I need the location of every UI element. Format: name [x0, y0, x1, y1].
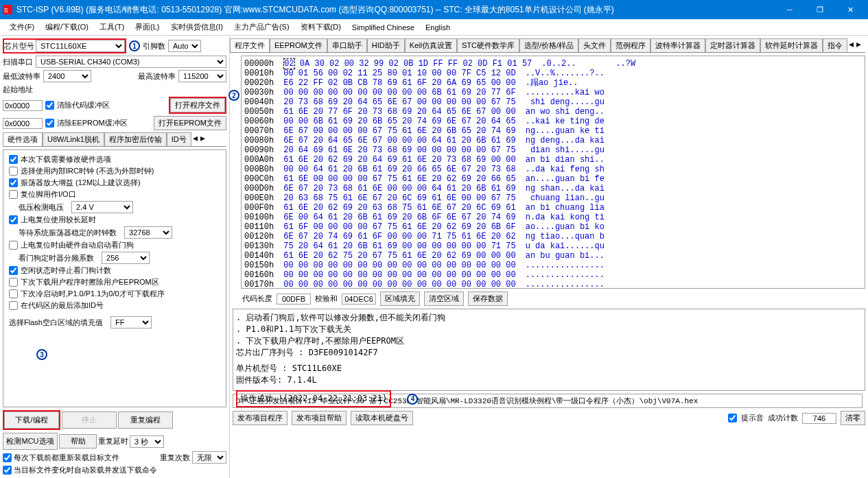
chip-select[interactable]: STC11L60XE [36, 40, 125, 52]
window-title: STC-ISP (V6.89B) (服务电话/销售电话: 0513-550129… [16, 4, 775, 16]
success-message: 操作成功 !(2022-04-22 21:03:21) [240, 394, 387, 403]
read-disk-button[interactable]: 读取本机硬盘号 [351, 411, 413, 425]
hw-c10[interactable] [9, 266, 18, 275]
right-tab-5[interactable]: STC硬件数学库 [457, 38, 519, 52]
hw-c8[interactable] [9, 241, 18, 250]
tab-u8w[interactable]: U8W/Link1脱机 [43, 132, 104, 146]
maxbaud-label: 最高波特率 [138, 71, 176, 82]
minbaud-select[interactable]: 2400 [43, 70, 91, 82]
codelen-field[interactable] [277, 294, 311, 304]
right-tab-12[interactable]: 指令 [823, 38, 847, 52]
download-button[interactable]: 下载/编程 [4, 411, 59, 429]
right-tab-2[interactable]: 串口助手 [327, 38, 367, 52]
right-tab-3[interactable]: HID助手 [367, 38, 405, 52]
tabs-left-arrow[interactable]: ◂ [191, 132, 199, 146]
clear-count-button[interactable]: 清零 [841, 411, 865, 425]
chip-label: 芯片型号 [4, 41, 34, 51]
menu-realtime[interactable]: 实时供货信息(I) [165, 21, 228, 34]
hw-c2[interactable] [9, 167, 18, 176]
publish-project-button[interactable]: 发布项目程序 [233, 411, 288, 425]
menu-program[interactable]: 编程/下载(O) [40, 21, 94, 34]
right-tabs: 程序文件EEPROM文件串口助手HID助手Keil仿真设置STC硬件数学库选型/… [230, 38, 865, 53]
waitclk-select[interactable]: 32768 [124, 226, 172, 239]
menu-simplified[interactable]: Simplified Chinese [347, 22, 420, 33]
open-eeprom-button[interactable]: 打开EEPROM文件 [154, 116, 226, 130]
menu-tools[interactable]: 工具(T) [94, 21, 130, 34]
right-tab-6[interactable]: 选型/价格/样品 [519, 38, 578, 52]
reload-check[interactable] [3, 453, 12, 462]
startaddr-label: 起始地址 [3, 84, 33, 95]
wdt-divider-select[interactable]: 256 [102, 252, 150, 264]
hardware-options-panel: 本次下载需要修改硬件选项 选择使用内部IRC时钟 (不选为外部时钟) 振荡器放大… [3, 150, 226, 407]
menu-ui[interactable]: 界面(L) [130, 21, 165, 34]
svg-text:S: S [4, 7, 8, 14]
region-clear-button[interactable]: 清空区域 [424, 291, 464, 306]
hw-c6[interactable] [9, 215, 18, 224]
stop-button: 停止 [62, 411, 117, 429]
code-addr-input[interactable] [3, 100, 43, 111]
log-area: . 启动看门狗后,软件可以修改分频数,但不能关闭看门狗 . P1.0和P1.1与… [233, 309, 865, 391]
pincount-label: 引脚数 [143, 41, 165, 51]
maxbaud-select[interactable]: 115200 [178, 70, 226, 82]
menu-file[interactable]: 文件(F) [4, 21, 40, 34]
tab-id[interactable]: ID号 [167, 132, 191, 146]
right-panel: 程序文件EEPROM文件串口助手HID助手Keil仿真设置STC硬件数学库选型/… [230, 36, 868, 478]
right-tab-8[interactable]: 范例程序 [611, 38, 650, 52]
left-panel: 芯片型号 STC11L60XE 1 引脚数 Auto 扫描串口 USB-SERI… [0, 36, 230, 478]
menu-download[interactable]: 资料下载(D) [295, 21, 347, 34]
scanport-label: 扫描串口 [3, 57, 33, 67]
open-code-button[interactable]: 打开程序文件 [170, 98, 225, 112]
maximize-button[interactable]: ❐ [805, 0, 835, 19]
hw-c11[interactable] [9, 278, 18, 287]
tab-encrypt[interactable]: 程序加密后传输 [104, 132, 167, 146]
annotation-4: 4 [407, 394, 418, 405]
hex-viewer[interactable]: 00000h02 0A 30 02 00 32 99 02 0B 1D FF F… [241, 56, 865, 289]
lowvolt-select[interactable]: 2.4 V [71, 201, 133, 213]
hw-c13[interactable] [9, 301, 18, 310]
annotation-1: 1 [129, 40, 140, 51]
menu-bar: 文件(F) 编程/下载(O) 工具(T) 界面(L) 实时供货信息(I) 主力产… [0, 19, 868, 36]
tabs-right-arrow[interactable]: ▸ [199, 132, 207, 146]
right-tab-9[interactable]: 波特率计算器 [650, 38, 705, 52]
hw-c12[interactable] [9, 289, 18, 298]
annotation-3: 3 [36, 349, 47, 360]
eeprom-addr-input[interactable] [3, 118, 43, 129]
pincount-select[interactable]: Auto [168, 40, 201, 52]
annotation-2: 2 [228, 90, 239, 101]
app-icon: S [3, 5, 12, 14]
publish-help-button[interactable]: 发布项目帮助 [292, 411, 347, 425]
hw-c3[interactable] [9, 178, 18, 187]
right-tab-7[interactable]: 头文件 [578, 38, 611, 52]
detect-mcu-button[interactable]: 检测MCU选项 [3, 433, 58, 450]
close-button[interactable]: ✕ [835, 0, 865, 19]
rtabs-left-arrow[interactable]: ◂ [847, 38, 855, 52]
clear-code-check[interactable] [45, 101, 54, 110]
checksum-field[interactable] [342, 294, 376, 304]
rtabs-right-arrow[interactable]: ▸ [855, 38, 863, 52]
minbaud-label: 最低波特率 [3, 71, 40, 82]
right-tab-4[interactable]: Keil仿真设置 [405, 38, 457, 52]
hw-c4[interactable] [9, 190, 18, 199]
flash-fill-select[interactable]: FF [110, 316, 152, 328]
right-tab-10[interactable]: 定时器计算器 [705, 38, 760, 52]
clear-eeprom-check[interactable] [45, 119, 54, 128]
right-tab-0[interactable]: 程序文件 [230, 38, 270, 52]
tab-hardware-options[interactable]: 硬件选项 [3, 132, 43, 146]
success-count[interactable] [802, 413, 836, 424]
repeat-count-select[interactable]: 无限 [192, 451, 226, 464]
title-bar: S STC-ISP (V6.89B) (服务电话/销售电话: 0513-5501… [0, 0, 868, 19]
beep-check[interactable] [728, 414, 737, 422]
help-button[interactable]: 帮助 [59, 434, 97, 449]
serial-port-select[interactable]: USB-SERIAL CH340 (COM3) [36, 56, 226, 68]
save-data-button[interactable]: 保存数据 [468, 291, 508, 306]
repeat-delay-select[interactable]: 3 秒 [130, 435, 164, 448]
hw-c1[interactable] [9, 155, 18, 164]
menu-ad[interactable]: 主力产品广告(S) [228, 21, 295, 34]
minimize-button[interactable]: ─ [775, 0, 805, 19]
menu-english[interactable]: English [420, 22, 456, 33]
right-tab-11[interactable]: 软件延时计算器 [760, 38, 823, 52]
autoreload-check[interactable] [3, 466, 12, 475]
region-fill-button[interactable]: 区域填充 [380, 291, 420, 306]
reprogram-button[interactable]: 重复编程 [118, 411, 173, 429]
right-tab-1[interactable]: EEPROM文件 [270, 38, 327, 52]
